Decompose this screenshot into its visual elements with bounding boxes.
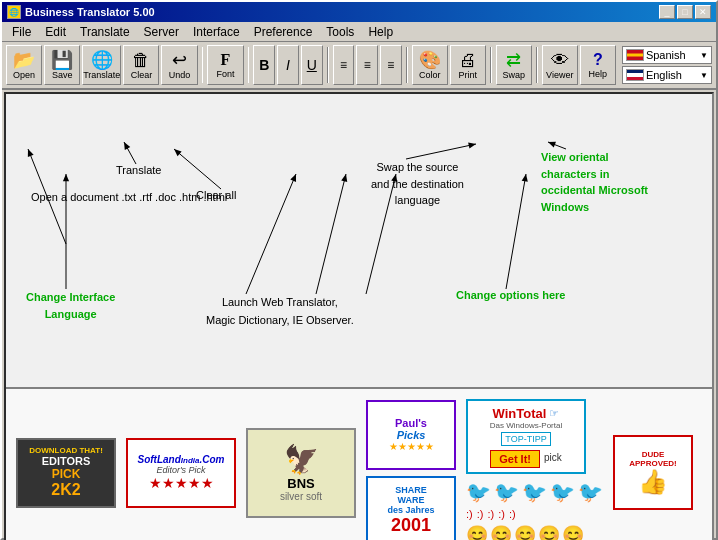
spanish-flag-icon [626, 49, 644, 61]
main-window: 🌐 Business Translator 5.00 _ □ ✕ File Ed… [0, 0, 718, 540]
translate-label: Translate [83, 70, 120, 80]
menu-translate[interactable]: Translate [74, 24, 136, 40]
align-right-button[interactable]: ≡ [380, 45, 402, 85]
pick-text: PICK [52, 467, 81, 481]
year-badge: 2K2 [51, 481, 80, 499]
dude-line1: DUDE [629, 450, 677, 459]
italic-button[interactable]: I [277, 45, 299, 85]
viewer-button[interactable]: 👁 Viewer [542, 45, 578, 85]
dest-language-selector[interactable]: English ▼ [622, 66, 712, 84]
wintotal-badge: WinTotal ☞ Das Windows-Portal TOP-TIPP G… [466, 399, 586, 474]
smileys-row: :) :) :) :) :) [466, 508, 603, 520]
download-that-text: DOWNLOAD THAT! [29, 446, 103, 455]
bird-2: 🐦 [494, 480, 519, 504]
pauls-stars: ★★★★★ [389, 441, 434, 452]
print-button[interactable]: 🖨 Print [450, 45, 486, 85]
print-label: Print [459, 70, 478, 80]
dest-language-dropdown-icon: ▼ [700, 71, 708, 80]
close-button[interactable]: ✕ [695, 5, 711, 19]
wintotal-header: WinTotal ☞ [493, 406, 560, 421]
silver-soft-text: silver soft [280, 491, 322, 502]
face-icon-5: 😊 [562, 524, 584, 540]
top-tipp-badge: TOP-TIPP [501, 432, 550, 446]
help-button[interactable]: ? Help [580, 45, 616, 85]
swap-icon: ⇄ [506, 51, 521, 69]
bns-eagle-icon: 🦅 [284, 443, 319, 476]
help-label: Help [589, 69, 608, 79]
italic-icon: I [286, 58, 290, 72]
dude-text: DUDE APPROVED! 👍 [629, 450, 677, 496]
save-button[interactable]: 💾 Save [44, 45, 80, 85]
font-label: Font [216, 69, 234, 79]
face-icon-1: 😊 [466, 524, 488, 540]
bird-3: 🐦 [522, 480, 547, 504]
face-icons-row: 😊 😊 😊 😊 😊 [466, 524, 603, 540]
clear-button[interactable]: 🗑 Clear [123, 45, 159, 85]
separator-5 [490, 47, 492, 83]
right-badges: WinTotal ☞ Das Windows-Portal TOP-TIPP G… [466, 399, 603, 540]
source-language-text: Spanish [646, 49, 698, 61]
middle-badges: Paul's Picks ★★★★★ SHAREWAREdes Jahres 2… [366, 400, 456, 541]
editors-text: EDITORS [42, 455, 91, 467]
underline-icon: U [307, 58, 317, 72]
face-icon-4: 😊 [538, 524, 560, 540]
menu-server[interactable]: Server [138, 24, 185, 40]
separator-4 [406, 47, 408, 83]
print-icon: 🖨 [459, 51, 477, 69]
color-button[interactable]: 🎨 Color [412, 45, 448, 85]
bird-1: 🐦 [466, 480, 491, 504]
align-right-icon: ≡ [387, 59, 394, 71]
softland-badge: SoftLandIndia.Com Editor's Pick ★★★★★ [126, 438, 236, 508]
bold-button[interactable]: B [253, 45, 275, 85]
title-buttons: _ □ ✕ [659, 5, 711, 19]
undo-label: Undo [169, 70, 191, 80]
getit-button[interactable]: Get It! [490, 450, 540, 468]
align-center-icon: ≡ [364, 59, 371, 71]
translate-annotation: Translate [116, 164, 161, 176]
change-lang-annotation: Change InterfaceLanguage [26, 289, 115, 322]
stars-rating: ★★★★★ [149, 475, 214, 491]
font-button[interactable]: F Font [207, 45, 243, 85]
viewer-label: Viewer [546, 70, 573, 80]
menu-preference[interactable]: Preference [248, 24, 319, 40]
menu-edit[interactable]: Edit [39, 24, 72, 40]
swap-label: Swap [502, 70, 525, 80]
separator-2 [248, 47, 250, 83]
shareware-year: 2001 [391, 515, 431, 536]
open-label: Open [13, 70, 35, 80]
menu-interface[interactable]: Interface [187, 24, 246, 40]
menu-help[interactable]: Help [362, 24, 399, 40]
maximize-button[interactable]: □ [677, 5, 693, 19]
translate-icon: 🌐 [91, 51, 113, 69]
smiley-5: :) [509, 508, 516, 520]
english-flag-icon [626, 69, 644, 81]
swap-button[interactable]: ⇄ Swap [496, 45, 532, 85]
open-icon: 📂 [13, 51, 35, 69]
menu-tools[interactable]: Tools [320, 24, 360, 40]
pick-label: pick [544, 452, 562, 463]
translate-button[interactable]: 🌐 Translate [82, 45, 121, 85]
shareware-text: SHAREWAREdes Jahres [387, 485, 434, 515]
font-icon: F [221, 52, 231, 68]
undo-button[interactable]: ↩ Undo [161, 45, 197, 85]
align-center-button[interactable]: ≡ [356, 45, 378, 85]
menu-file[interactable]: File [6, 24, 37, 40]
face-icon-2: 😊 [490, 524, 512, 540]
getit-row: Get It! pick [490, 448, 562, 468]
viewer-icon: 👁 [551, 51, 569, 69]
birds-faces-group: 🐦 🐦 🐦 🐦 🐦 :) :) :) :) :) 😊 [466, 480, 603, 540]
app-icon: 🌐 [7, 5, 21, 19]
dude-line2: APPROVED! [629, 459, 677, 468]
win-suffix: ☞ [549, 407, 559, 420]
face-icon-3: 😊 [514, 524, 536, 540]
align-left-button[interactable]: ≡ [333, 45, 355, 85]
underline-button[interactable]: U [301, 45, 323, 85]
save-icon: 💾 [51, 51, 73, 69]
pauls-text: Paul's [395, 417, 427, 429]
open-button[interactable]: 📂 Open [6, 45, 42, 85]
swap-annotation: Swap the sourceand the destinationlangua… [371, 159, 464, 209]
source-language-selector[interactable]: Spanish ▼ [622, 46, 712, 64]
source-language-dropdown-icon: ▼ [700, 51, 708, 60]
annotations-panel: Open a document .txt .rtf .doc .htm .htm… [6, 94, 712, 389]
minimize-button[interactable]: _ [659, 5, 675, 19]
